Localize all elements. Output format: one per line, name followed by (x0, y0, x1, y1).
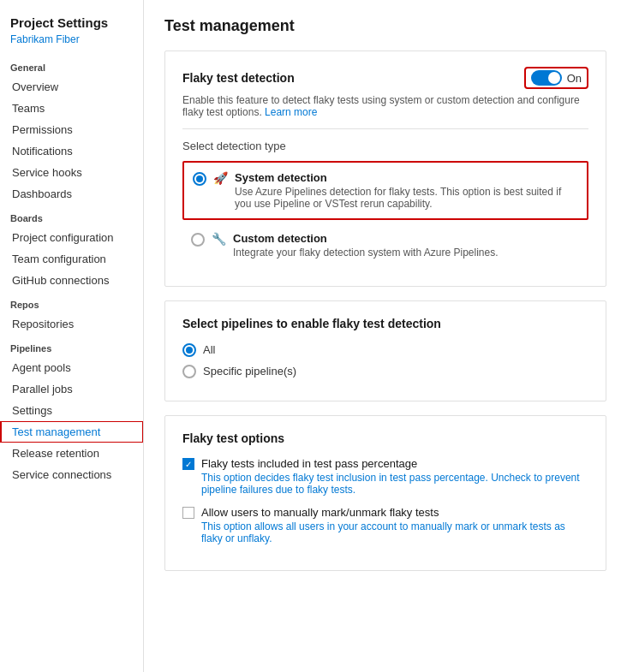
all-radio-inner (186, 347, 193, 354)
main-content: Test management Flaky test detection On … (144, 0, 627, 672)
sidebar-item-notifications[interactable]: Notifications (0, 140, 143, 162)
sidebar-item-repositories[interactable]: Repositories (0, 313, 143, 335)
specific-label: Specific pipeline(s) (203, 365, 296, 378)
pipeline-selection-card: Select pipelines to enable flaky test de… (164, 300, 606, 401)
sidebar-item-dashboards[interactable]: Dashboards (0, 183, 143, 205)
custom-detection-desc: Integrate your flaky detection system wi… (233, 247, 499, 259)
sidebar: Project Settings Fabrikam Fiber GeneralO… (0, 0, 144, 672)
sidebar-item-release-retention[interactable]: Release retention (0, 443, 143, 464)
toggle-label: On (567, 72, 582, 85)
flaky-detection-desc: Enable this feature to detect flaky test… (182, 94, 588, 118)
system-detection-desc: Use Azure Pipelines detection for flaky … (235, 186, 578, 210)
sidebar-section-boards: Boards (0, 205, 143, 227)
system-detection-option[interactable]: 🚀 System detection Use Azure Pipelines d… (182, 161, 588, 220)
pipeline-selection-title: Select pipelines to enable flaky test de… (182, 317, 588, 330)
sidebar-item-agent-pools[interactable]: Agent pools (0, 357, 143, 378)
manual-mark-content: Allow users to manually mark/unmark flak… (201, 506, 588, 544)
include-pass-title: Flaky tests included in test pass percen… (201, 457, 588, 470)
sidebar-item-service-hooks[interactable]: Service hooks (0, 162, 143, 183)
system-radio-inner (196, 175, 203, 182)
custom-detection-title: Custom detection (233, 232, 499, 245)
sidebar-section-repos: Repos (0, 291, 143, 313)
system-detection-content: System detection Use Azure Pipelines det… (235, 171, 578, 210)
flaky-detection-toggle[interactable] (531, 70, 562, 86)
flaky-detection-card: Flaky test detection On Enable this feat… (164, 51, 606, 287)
manual-mark-title: Allow users to manually mark/unmark flak… (201, 506, 588, 519)
manual-mark-option: Allow users to manually mark/unmark flak… (182, 506, 588, 544)
specific-radio[interactable] (182, 365, 196, 378)
manual-mark-desc: This option allows all users in your acc… (201, 520, 588, 544)
include-pass-content: Flaky tests included in test pass percen… (201, 457, 588, 496)
all-radio[interactable] (182, 343, 196, 357)
sidebar-item-overview[interactable]: Overview (0, 76, 143, 98)
sidebar-item-service-connections[interactable]: Service connections (0, 464, 143, 485)
sidebar-item-github-connections[interactable]: GitHub connections (0, 270, 143, 291)
system-radio[interactable] (193, 172, 206, 186)
include-pass-desc: This option decides flaky test inclusion… (201, 472, 588, 496)
manual-mark-checkbox[interactable] (182, 507, 194, 519)
sidebar-item-permissions[interactable]: Permissions (0, 119, 143, 140)
toggle-wrapper: On (524, 67, 588, 89)
custom-detection-option[interactable]: 🔧 Custom detection Integrate your flaky … (182, 223, 588, 267)
sidebar-item-test-management[interactable]: Test management (0, 421, 143, 443)
project-name[interactable]: Fabrikam Fiber (0, 33, 143, 54)
sidebar-item-settings[interactable]: Settings (0, 400, 143, 421)
learn-more-link[interactable]: Learn more (265, 106, 317, 118)
sidebar-section-pipelines: Pipelines (0, 335, 143, 357)
sidebar-section-general: General (0, 54, 143, 76)
flaky-options-title: Flaky test options (182, 431, 588, 445)
include-pass-checkbox[interactable]: ✓ (182, 458, 194, 470)
system-icon: 🚀 (213, 171, 228, 185)
specific-pipelines-option[interactable]: Specific pipeline(s) (182, 364, 588, 378)
toggle-thumb (548, 72, 560, 84)
custom-detection-content: Custom detection Integrate your flaky de… (233, 232, 499, 259)
sidebar-title: Project Settings (0, 9, 143, 33)
sidebar-item-project-configuration[interactable]: Project configuration (0, 227, 143, 248)
page-title: Test management (164, 17, 606, 35)
flaky-options-card: Flaky test options ✓ Flaky tests include… (164, 415, 606, 571)
detection-type-label: Select detection type (182, 140, 588, 152)
sidebar-item-parallel-jobs[interactable]: Parallel jobs (0, 378, 143, 400)
include-pass-option: ✓ Flaky tests included in test pass perc… (182, 457, 588, 496)
all-label: All (203, 343, 215, 356)
custom-radio[interactable] (191, 233, 205, 247)
sidebar-item-team-configuration[interactable]: Team configuration (0, 248, 143, 270)
all-pipelines-option[interactable]: All (182, 342, 588, 357)
system-detection-title: System detection (235, 171, 578, 184)
custom-icon: 🔧 (212, 232, 226, 246)
sidebar-item-teams[interactable]: Teams (0, 98, 143, 119)
flaky-detection-title: Flaky test detection (182, 71, 295, 85)
